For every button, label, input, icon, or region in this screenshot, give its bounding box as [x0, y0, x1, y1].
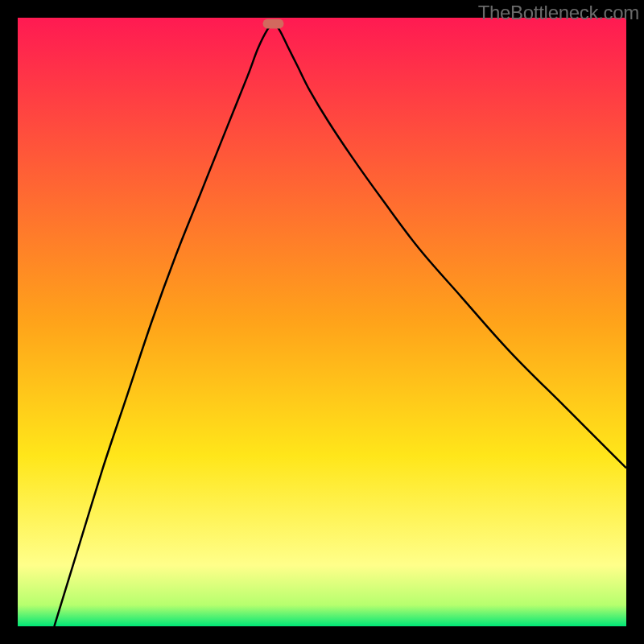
- bottleneck-chart: [18, 18, 626, 626]
- optimum-marker: [263, 19, 284, 29]
- gradient-background: [18, 18, 626, 626]
- watermark-text: TheBottleneck.com: [478, 2, 639, 24]
- chart-frame: [18, 18, 626, 626]
